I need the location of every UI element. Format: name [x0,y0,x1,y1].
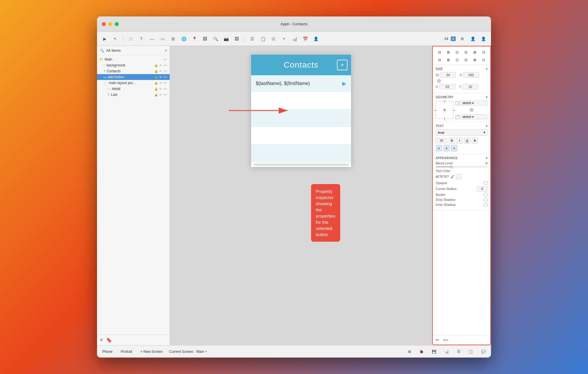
align-right-icon[interactable]: ⊡ [454,49,461,56]
grid-button[interactable]: ⊞ [406,349,413,355]
list-button[interactable]: ≡ [100,337,103,343]
sidebar-item-contacts[interactable]: T Contacts 🔒 👁 </> [97,68,170,74]
opaque-checkbox[interactable] [484,181,487,185]
corner-radius-input[interactable] [477,186,487,191]
align-left-text-button[interactable]: ≡ [436,145,442,151]
camera-button[interactable]: 📷 [222,35,230,43]
border-checkbox[interactable] [484,193,487,196]
fullscreen-button[interactable] [115,22,119,26]
account-button[interactable]: 👤 [469,35,477,43]
phone-button[interactable]: Phone [101,349,114,355]
v-stretch-select[interactable]: stretch ▾ [461,114,487,119]
size-h-input[interactable] [439,84,455,89]
clip-button[interactable]: 📋 [259,35,267,43]
drop-shadow-checkbox[interactable] [484,198,487,201]
portrait-button[interactable]: Portrait [119,349,134,355]
resize-icon[interactable]: ⊡ [454,56,461,64]
strikethrough-button[interactable]: S [472,137,478,144]
search-button[interactable]: 🔍 [211,35,220,43]
settings-button[interactable]: ⚙ [458,35,466,43]
blend-slider[interactable] [436,166,487,167]
code-icon-bottom[interactable]: </> [443,338,448,342]
chevron-down-icon[interactable]: ▾ [165,49,167,52]
text-button[interactable]: T [137,35,146,43]
bold-button[interactable]: B [449,137,455,144]
h-stretch-select[interactable]: stretch ▾ [461,101,487,106]
search-input[interactable] [106,48,163,53]
align-bottom-icon[interactable]: ⊡ [480,49,487,56]
table-button[interactable]: ⊞ [169,35,177,43]
code-icon7: </> [163,93,167,96]
layout-button[interactable]: ☰ [248,35,256,43]
screen-chevron-icon[interactable]: ▾ [205,350,207,353]
search-bar[interactable]: 🔍 ▾ [97,46,170,55]
sidebar-item-main[interactable]: 📁 Main </> [97,56,170,62]
align-center-h-icon[interactable]: ⊠ [445,49,452,56]
baseline-icon[interactable]: ⊠ [471,56,478,64]
font-select[interactable]: Arial ▾ [436,129,487,136]
titlebar: Appli - Contacts [97,16,491,32]
eyedropper-icon[interactable]: 🖉 [451,175,454,179]
calendar-button[interactable]: 📅 [301,35,309,43]
align-top-icon[interactable]: ⊟ [462,49,470,56]
chart-button[interactable]: 📊 [290,35,299,43]
user-button[interactable]: 👤 [312,35,320,43]
phone-scrollbar [253,163,349,166]
save-button[interactable]: 💾 [430,349,438,355]
bookmark-button[interactable]: 🔖 [106,337,112,343]
chat-button[interactable]: 💬 [480,349,487,355]
phone-row-3[interactable] [251,127,351,145]
dist-v-icon[interactable]: ⊠ [445,56,452,64]
zoom-badge: A [451,36,456,41]
dist-h-icon[interactable]: ⊟ [436,56,443,64]
size-y-input[interactable] [462,84,478,89]
phone-row-text-0: $(lastName), $(firstName) [256,81,342,86]
h-stretch-chevron: ▾ [472,101,474,105]
inner-shadow-checkbox[interactable] [484,203,487,206]
phone-row-0[interactable]: $(lastName), $(firstName) ▶ [251,75,351,92]
minimize-button[interactable] [108,22,112,26]
font-size-input[interactable] [436,138,447,143]
align-center-v-icon[interactable]: ⊠ [471,49,478,56]
sidebar-item-detail[interactable]: — detail 🔒 👁 </> [97,86,170,92]
close-button[interactable] [102,22,106,26]
color-preview[interactable] [456,174,461,179]
size-x-input[interactable] [463,72,479,78]
image2-button[interactable]: 🖼 [233,35,241,43]
italic-button[interactable]: I [456,137,463,144]
rect-button[interactable]: □ [127,35,135,43]
underline-button[interactable]: U [464,137,470,144]
current-screen-selector: Current Screen: Main ▾ [169,350,207,354]
line-button[interactable]: — [148,35,156,43]
code-icon6: </> [163,87,167,91]
image-button[interactable]: 🖼 [201,35,209,43]
list2-button[interactable]: ☰ [455,349,462,355]
zoom-level: 34 [444,37,448,41]
sidebar-item-last[interactable]: T Last 🔒 👁 </> [97,92,170,98]
play-button[interactable]: ▶ [101,35,109,43]
spacing-icon[interactable]: ⊟ [462,56,470,64]
user2-button[interactable]: 👤 [479,35,487,43]
align-center-text-button[interactable]: ≡ [443,145,450,151]
stats-button[interactable]: 📊 [443,349,451,355]
align-left-icon[interactable]: ⊟ [436,49,443,56]
sidebar-item-background[interactable]: □ background 🔒 👁 </> [97,62,170,68]
sidebar-item-add-button[interactable]: ▭ add button 🔒 👁 </> [97,74,170,80]
phone-row-4[interactable] [251,145,351,162]
new-screen-button[interactable]: + New Screen [138,349,164,355]
pin-button[interactable]: 📍 [190,35,198,43]
align-right-text-button[interactable]: ≡ [451,145,457,151]
cursor-button[interactable]: ↖ [111,35,119,43]
size-w-input[interactable] [440,72,456,78]
clipboard-button[interactable]: 📋 [467,349,475,355]
pencil-icon[interactable]: ✏ [436,338,439,342]
phone-add-button[interactable]: + [337,60,348,70]
globe-button[interactable]: 🌐 [180,35,188,43]
text-style-row: B I U S [436,137,487,144]
button-button[interactable]: ▭ [158,35,167,43]
debug-button[interactable]: 🐞 [417,349,425,355]
sidebar-item-main-layout[interactable]: 📄 main layout por... 🔒 👁 </> [97,80,170,86]
check-button[interactable]: ☑ [269,35,278,43]
chart-icon[interactable]: ⊡ [480,56,487,64]
crosshair-button[interactable]: ⌖ [280,35,288,43]
